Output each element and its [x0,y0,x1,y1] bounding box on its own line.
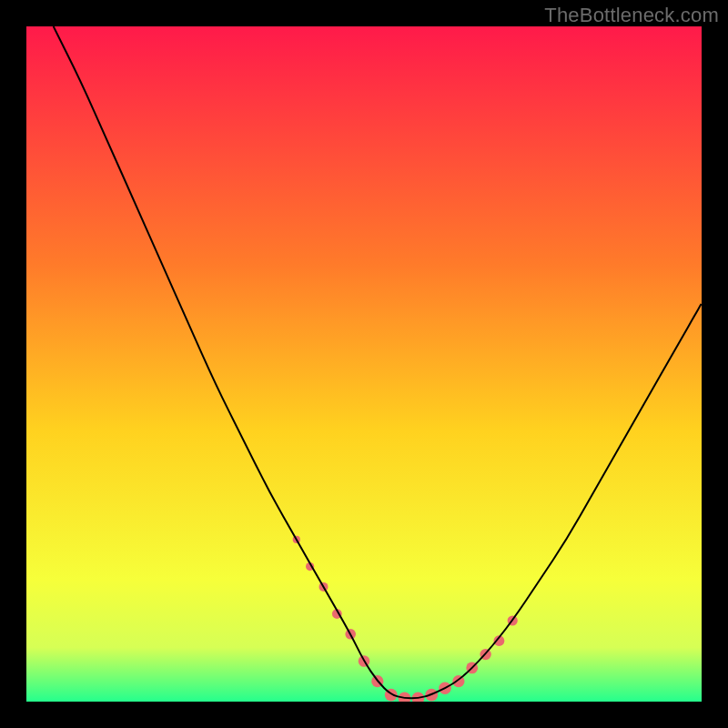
bottleneck-curve [54,26,702,698]
plot-area [26,26,702,702]
watermark-text: TheBottleneck.com [544,4,719,27]
chart-svg [26,26,702,702]
highlight-dots [293,536,518,702]
